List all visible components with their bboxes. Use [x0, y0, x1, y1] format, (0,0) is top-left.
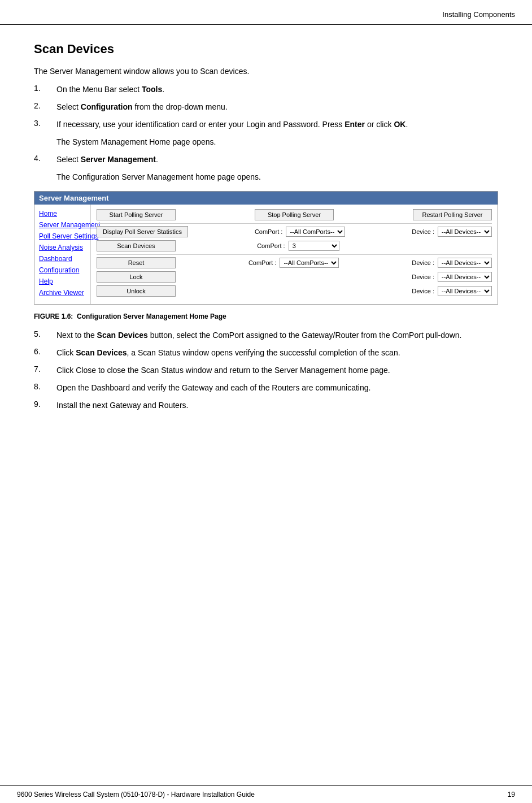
- step-3-ok: OK: [394, 120, 405, 129]
- step-3-content: If necessary, use your identification ca…: [56, 119, 498, 131]
- step-9-number: 9.: [34, 400, 56, 409]
- step-5-number: 5.: [34, 329, 56, 338]
- restart-polling-button[interactable]: Restart Polling Server: [413, 209, 492, 220]
- step-8-number: 8.: [34, 382, 56, 391]
- step-6-text-after: , a Scan Status window opens verifying t…: [127, 348, 400, 357]
- step-5: 5. Next to the Scan Devices button, sele…: [34, 329, 498, 341]
- reset-button[interactable]: Reset: [97, 257, 176, 268]
- step-9: 9. Install the next Gateway and Routers.: [34, 400, 498, 411]
- step-9-content: Install the next Gateway and Routers.: [56, 400, 498, 411]
- sm-nav-server-management[interactable]: Server Management: [34, 219, 90, 231]
- scan-devices-button[interactable]: Scan Devices: [97, 240, 176, 251]
- figure-text: Configuration Server Management Home Pag…: [77, 312, 226, 320]
- step-4-sub-text: The Configuration Server Management home…: [56, 171, 498, 183]
- stop-polling-button[interactable]: Stop Polling Server: [255, 209, 334, 220]
- step-1-text-before: On the Menu Bar select: [56, 85, 142, 94]
- step-2: 2. Select Configuration from the drop-do…: [34, 101, 498, 113]
- sm-header: Server Management: [34, 192, 498, 205]
- comport-select-3[interactable]: 3: [289, 241, 339, 251]
- sm-nav-poll-server[interactable]: Poll Server Settings: [34, 231, 90, 242]
- page-title: Scan Devices: [34, 42, 498, 57]
- figure-caption: FIGURE 1.6: Configuration Server Managem…: [34, 312, 498, 320]
- scan-devices-row: Scan Devices ComPort : 3: [97, 240, 492, 251]
- display-poll-button[interactable]: Display Poll Server Statistics: [97, 226, 188, 237]
- device-select-reset[interactable]: --All Devices--: [438, 258, 492, 268]
- step-4-number: 4.: [34, 154, 56, 163]
- step-5-bold: Scan Devices: [97, 331, 148, 340]
- step-3-sub-text: The System Management Home page opens.: [56, 136, 498, 148]
- device-select-unlock[interactable]: --All Devices--: [438, 286, 492, 296]
- step-4-text-after: .: [156, 155, 158, 164]
- comport-label-reset: ComPort :: [248, 259, 277, 266]
- page-footer: 9600 Series Wireless Call System (0510-1…: [0, 785, 532, 803]
- step-5-text-after: button, select the ComPort assigned to t…: [148, 331, 462, 340]
- device-label-lock: Device :: [412, 274, 434, 280]
- intro-text: The Server Management window allows you …: [34, 67, 498, 76]
- device-label-unlock: Device :: [412, 288, 434, 294]
- lock-row: Lock Device : --All Devices--: [97, 271, 492, 283]
- step-2-content: Select Configuration from the drop-down …: [56, 101, 498, 113]
- reset-row: Reset ComPort : --All ComPorts-- Device …: [97, 257, 492, 268]
- step-4-content: Select Server Management.: [56, 154, 498, 166]
- step-3-text-after: or click: [365, 120, 394, 129]
- step-1-text-after: .: [162, 85, 164, 94]
- divider-2: [97, 254, 492, 255]
- step-4-sub: The Configuration Server Management home…: [34, 171, 498, 183]
- step-6-text-before: Click: [56, 348, 76, 357]
- polling-row: Start Polling Server Stop Polling Server…: [97, 209, 492, 220]
- unlock-row: Unlock Device : --All Devices--: [97, 285, 492, 297]
- step-5-text-before: Next to the: [56, 331, 97, 340]
- sm-nav-dashboard[interactable]: Dashboard: [34, 253, 90, 264]
- unlock-button[interactable]: Unlock: [97, 285, 176, 297]
- sm-body: Home Server Management Poll Server Setti…: [34, 205, 498, 304]
- step-2-text-before: Select: [56, 102, 81, 111]
- step-2-bold: Configuration: [81, 102, 133, 111]
- footer-right: 19: [508, 791, 515, 798]
- step-4-text-before: Select: [56, 155, 81, 164]
- step-1: 1. On the Menu Bar select Tools.: [34, 84, 498, 96]
- sm-nav-archive-viewer[interactable]: Archive Viewer: [34, 287, 90, 298]
- sm-nav-noise-analysis[interactable]: Noise Analysis: [34, 242, 90, 253]
- step-7: 7. Click Close to close the Scan Status …: [34, 364, 498, 376]
- comport-label-3: ComPort :: [257, 242, 285, 249]
- step-8: 8. Open the Dashboard and verify the Gat…: [34, 382, 498, 394]
- step-6-content: Click Scan Devices, a Scan Status window…: [56, 347, 498, 359]
- step-7-number: 7.: [34, 364, 56, 374]
- step-4-bold: Server Management: [81, 155, 156, 164]
- server-management-panel: Server Management Home Server Management…: [34, 191, 498, 305]
- lock-button[interactable]: Lock: [97, 271, 176, 283]
- start-polling-button[interactable]: Start Polling Server: [97, 209, 176, 220]
- page-header: Installing Components: [0, 0, 532, 25]
- step-6-number: 6.: [34, 347, 56, 356]
- step-5-content: Next to the Scan Devices button, select …: [56, 329, 498, 341]
- comport-select-2[interactable]: --All ComPorts--: [286, 227, 345, 237]
- device-select-lock[interactable]: --All Devices--: [438, 272, 492, 282]
- step-3-bold: Enter: [345, 120, 365, 129]
- sm-right-panel: Start Polling Server Stop Polling Server…: [91, 205, 498, 304]
- step-2-number: 2.: [34, 101, 56, 110]
- comport-label-2: ComPort :: [255, 228, 283, 235]
- sm-nav-configuration[interactable]: Configuration: [34, 264, 90, 276]
- comport-select-reset[interactable]: --All ComPorts--: [280, 258, 339, 268]
- sm-nav-home[interactable]: Home: [34, 208, 90, 219]
- display-poll-row: Display Poll Server Statistics ComPort :…: [97, 226, 492, 237]
- steps-list: 1. On the Menu Bar select Tools. 2. Sele…: [34, 84, 498, 183]
- step-1-content: On the Menu Bar select Tools.: [56, 84, 498, 96]
- step-1-bold: Tools: [142, 85, 162, 94]
- figure-label: FIGURE 1.6:: [34, 312, 73, 320]
- page-content: Scan Devices The Server Management windo…: [0, 25, 532, 451]
- step-2-text-after: from the drop-down menu.: [133, 102, 228, 111]
- header-title: Installing Components: [442, 10, 515, 19]
- sm-nav-help[interactable]: Help: [34, 276, 90, 287]
- steps-list-2: 5. Next to the Scan Devices button, sele…: [34, 329, 498, 411]
- sm-nav: Home Server Management Poll Server Setti…: [34, 205, 91, 304]
- divider-1: [97, 223, 492, 224]
- step-3-text-before: If necessary, use your identification ca…: [56, 120, 345, 129]
- step-1-number: 1.: [34, 84, 56, 93]
- step-6-bold: Scan Devices: [76, 348, 127, 357]
- step-4: 4. Select Server Management.: [34, 154, 498, 166]
- step-7-content: Click Close to close the Scan Status win…: [56, 364, 498, 376]
- device-label-2: Device :: [412, 228, 434, 235]
- device-select-2[interactable]: --All Devices--: [438, 227, 492, 237]
- device-label-reset: Device :: [412, 259, 434, 266]
